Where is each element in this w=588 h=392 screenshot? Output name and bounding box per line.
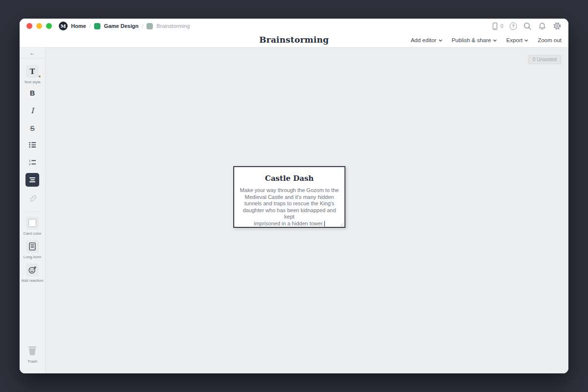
mobile-uploads-button[interactable]: 0 xyxy=(491,22,503,30)
board-canvas[interactable]: 0 Unsorted Castle Dash Make your way thr… xyxy=(46,48,568,373)
link-tool xyxy=(20,192,45,203)
text-style-icon: T xyxy=(30,68,35,75)
text-style-label: Text style xyxy=(24,80,40,84)
svg-text:1: 1 xyxy=(29,159,31,162)
link-icon xyxy=(28,193,37,202)
app-logo-icon[interactable]: M xyxy=(59,22,68,30)
strikethrough-button[interactable]: S xyxy=(26,122,38,134)
minimize-window-button[interactable] xyxy=(36,23,42,29)
sidebar-divider xyxy=(24,212,41,212)
window-chrome-bar: M Home / Game Design / Brainstorming 0 ? xyxy=(20,19,568,33)
traffic-lights xyxy=(26,23,52,29)
back-button[interactable]: ← xyxy=(20,48,45,58)
bullet-list-icon xyxy=(29,142,36,148)
align-center-icon xyxy=(29,177,35,182)
add-editor-button[interactable]: Add editor xyxy=(411,37,442,43)
card-color-swatch-icon xyxy=(28,219,36,227)
bell-icon xyxy=(538,22,546,30)
text-align-tool xyxy=(20,173,45,187)
card-color-label: Card color xyxy=(24,231,42,236)
phone-icon xyxy=(491,22,499,30)
note-card-body[interactable]: Make your way through the Gozom to the M… xyxy=(239,187,340,227)
numbered-list-tool: 1 2 xyxy=(20,156,45,168)
text-style-tool: T Text style xyxy=(20,65,45,84)
note-card-title[interactable]: Castle Dash xyxy=(239,174,340,183)
long-form-button[interactable] xyxy=(26,240,39,253)
text-style-button[interactable]: T xyxy=(26,65,39,78)
long-form-label: Long-form xyxy=(24,255,41,259)
bold-tool: B xyxy=(20,87,45,99)
mobile-uploads-count: 0 xyxy=(500,24,503,29)
board-icon-game-design xyxy=(94,23,100,29)
bullet-list-tool xyxy=(20,139,45,150)
close-window-button[interactable] xyxy=(26,23,32,29)
settings-button[interactable] xyxy=(553,22,562,30)
text-align-button-selected[interactable] xyxy=(25,173,39,187)
search-button[interactable] xyxy=(523,22,532,30)
board-toolbar: Brainstorming Add editor Publish & share… xyxy=(20,33,568,48)
add-editor-label: Add editor xyxy=(411,37,436,43)
export-button[interactable]: Export xyxy=(506,37,528,43)
trash-button[interactable] xyxy=(26,344,38,357)
global-icon-group: 0 ? xyxy=(491,22,562,30)
publish-share-label: Publish & share xyxy=(452,37,491,43)
maximize-window-button[interactable] xyxy=(46,23,52,29)
breadcrumb-home[interactable]: Home xyxy=(71,23,86,29)
breadcrumb-separator: / xyxy=(142,24,144,29)
italic-tool: I xyxy=(20,105,45,117)
long-form-tool: Long-form xyxy=(20,240,45,259)
card-color-tool: Card color xyxy=(20,217,45,236)
note-card[interactable]: Castle Dash Make your way through the Go… xyxy=(233,166,345,228)
bullet-list-button[interactable] xyxy=(26,139,38,150)
strikethrough-tool: S xyxy=(20,122,45,134)
unsorted-badge[interactable]: 0 Unsorted xyxy=(528,55,561,64)
main-area: ← T Text style B I S xyxy=(20,48,568,373)
chevron-down-icon xyxy=(493,39,497,42)
board-icon-brainstorming xyxy=(147,23,153,29)
notifications-button[interactable] xyxy=(538,22,546,30)
publish-share-button[interactable]: Publish & share xyxy=(452,37,497,43)
add-reaction-tool: Add reaction xyxy=(20,264,45,283)
card-color-button[interactable] xyxy=(26,217,39,229)
svg-text:2: 2 xyxy=(29,163,31,166)
add-reaction-button[interactable] xyxy=(26,264,39,276)
app-window: M Home / Game Design / Brainstorming 0 ? xyxy=(20,19,568,373)
export-label: Export xyxy=(506,37,522,43)
zoom-out-button[interactable]: Zoom out xyxy=(538,37,562,43)
zoom-out-label: Zoom out xyxy=(538,37,562,43)
breadcrumb-game-design[interactable]: Game Design xyxy=(104,23,138,29)
board-actions: Add editor Publish & share Export Zoom o… xyxy=(411,33,562,47)
help-button[interactable]: ? xyxy=(510,23,517,30)
italic-button[interactable]: I xyxy=(26,105,38,117)
color-dot-icon xyxy=(38,75,41,78)
gear-icon xyxy=(553,22,562,30)
search-icon xyxy=(523,22,532,30)
add-reaction-label: Add reaction xyxy=(22,278,44,283)
numbered-list-icon: 1 2 xyxy=(29,159,36,166)
document-icon xyxy=(28,242,36,251)
trash-icon xyxy=(27,345,38,357)
trash-label: Trash xyxy=(27,359,37,364)
chevron-down-icon xyxy=(524,39,528,42)
bold-button[interactable]: B xyxy=(26,87,38,99)
help-icon: ? xyxy=(510,23,517,30)
smiley-plus-icon xyxy=(28,266,37,274)
breadcrumb-separator: / xyxy=(90,24,91,29)
back-arrow-icon: ← xyxy=(29,49,35,56)
chevron-down-icon xyxy=(439,39,442,42)
formatting-sidebar: ← T Text style B I S xyxy=(20,48,46,373)
trash-tool: Trash xyxy=(20,344,45,364)
numbered-list-button[interactable]: 1 2 xyxy=(26,156,38,168)
text-cursor xyxy=(324,221,325,226)
link-button-disabled[interactable] xyxy=(26,192,38,203)
breadcrumb-brainstorming: Brainstorming xyxy=(156,23,190,29)
